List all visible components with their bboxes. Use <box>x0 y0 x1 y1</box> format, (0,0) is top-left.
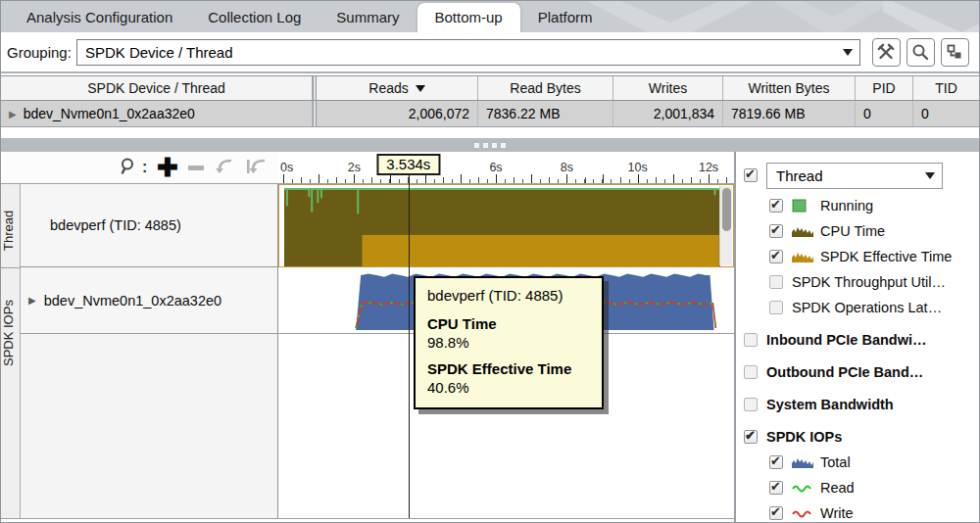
column-header-device-thread[interactable]: SPDK Device / Thread <box>1 76 313 100</box>
zoom-in-button[interactable]: ✚ <box>157 158 178 177</box>
read-checkbox[interactable] <box>769 481 783 495</box>
legend-item-label: SPDK Operations Lat… <box>792 300 942 315</box>
label-column-empty <box>21 334 277 518</box>
thread-selector-checkbox[interactable] <box>744 168 758 182</box>
legend-group-spdk-iops[interactable]: SPDK IOPs <box>744 424 979 450</box>
legend-group-system-bandwidth[interactable]: System Bandwidth <box>744 392 979 417</box>
tab-summary[interactable]: Summary <box>318 3 416 32</box>
zoom-colon: : <box>142 159 147 176</box>
thread-row-label[interactable]: bdevperf (TID: 4885) <box>21 184 277 267</box>
ruler-major-ticks <box>283 174 732 183</box>
tooltip-effective-time-label: SPDK Effective Time <box>427 360 590 377</box>
grouping-bar: Grouping: SPDK Device / Thread <box>1 32 979 71</box>
legend-item-cpu-time[interactable]: CPU Time <box>744 218 979 244</box>
column-header-writes[interactable]: Writes <box>613 76 723 100</box>
column-header-written-bytes[interactable]: Written Bytes <box>723 76 856 100</box>
system-bandwidth-checkbox[interactable] <box>744 398 758 411</box>
legend-item-spdk-operations[interactable]: SPDK Operations Lat… <box>744 295 979 320</box>
thread-activity-plot <box>279 185 733 266</box>
total-checkbox[interactable] <box>769 455 783 469</box>
expand-triangle-icon[interactable]: ▶ <box>9 109 17 119</box>
bottom-up-grid: SPDK Device / Thread Reads Read Bytes Wr… <box>1 71 979 138</box>
grouping-combobox[interactable]: SPDK Device / Thread <box>76 39 860 66</box>
outbound-pcie-checkbox[interactable] <box>744 365 758 379</box>
legend-group-inbound-pcie[interactable]: Inbound PCIe Bandwi… <box>744 327 979 353</box>
spdk-effective-time-checkbox[interactable] <box>769 250 783 263</box>
zoom-out-button[interactable] <box>188 166 204 170</box>
spdk-operations-checkbox[interactable] <box>769 301 783 314</box>
legend-item-write[interactable]: Write <box>744 500 979 523</box>
cpu-time-checkbox[interactable] <box>769 224 783 238</box>
thread-selector-row: Thread <box>744 160 979 191</box>
tools-icon <box>877 43 895 61</box>
expand-triangle-icon[interactable]: ▶ <box>28 295 36 306</box>
ruler-mid-ticks <box>283 177 732 183</box>
undo-zoom-icon[interactable] <box>214 157 235 178</box>
spdk-effective-time-swatch-icon <box>792 250 813 263</box>
ruler-tick-label: 0s <box>280 161 293 174</box>
pid-cell: 0 <box>856 101 913 126</box>
legend-item-read[interactable]: Read <box>744 475 979 500</box>
column-header-pid[interactable]: PID <box>856 76 913 100</box>
timeline-legend-panel: Thread Running CPU Time SPDK Effective T… <box>734 152 980 523</box>
pane-splitter[interactable] <box>1 138 979 152</box>
hierarchy-view-button[interactable] <box>941 38 969 67</box>
tooltip-cpu-time-label: CPU Time <box>427 315 590 332</box>
tab-platform[interactable]: Platform <box>520 3 611 32</box>
column-header-reads[interactable]: Reads <box>317 76 478 100</box>
spdk-throughput-checkbox[interactable] <box>769 275 783 289</box>
undo-all-zoom-icon[interactable] <box>245 157 269 178</box>
write-swatch-icon <box>792 506 813 520</box>
band-group-gutter: Thread SPDK IOPs <box>1 184 21 518</box>
tab-analysis-configuration[interactable]: Analysis Configuration <box>9 3 190 32</box>
customize-grouping-button[interactable] <box>872 38 901 67</box>
band-type-combobox[interactable]: Thread <box>766 163 943 189</box>
scrollbar-thumb[interactable] <box>722 188 731 231</box>
hierarchy-icon <box>946 43 963 61</box>
grouping-toolbar <box>872 38 969 67</box>
search-icon <box>911 43 929 61</box>
table-row[interactable]: ▶bdev_Nvme0n1_0x2aa32e0 2,006,072 7836.2… <box>1 101 979 127</box>
tooltip-cpu-time-value: 98.8% <box>427 334 590 351</box>
legend-group-label: Inbound PCIe Bandwi… <box>766 332 927 348</box>
search-button[interactable] <box>906 38 935 67</box>
ruler-tick-label: 12s <box>699 161 718 174</box>
legend-item-spdk-effective-time[interactable]: SPDK Effective Time <box>744 244 979 269</box>
legend-item-total[interactable]: Total <box>744 450 979 475</box>
column-header-read-bytes[interactable]: Read Bytes <box>478 76 613 100</box>
tab-collection-log[interactable]: Collection Log <box>190 3 318 32</box>
band-divider <box>1 267 21 268</box>
zoom-magnifier-icon <box>120 157 138 179</box>
column-header-tid[interactable]: TID <box>913 76 979 100</box>
running-checkbox[interactable] <box>769 199 783 213</box>
tooltip-title: bdevperf (TID: 4885) <box>427 287 590 304</box>
time-marker-label[interactable]: 3.534s <box>376 154 440 175</box>
iops-row-label[interactable]: ▶ bdev_Nvme0n1_0x2aa32e0 <box>21 267 277 334</box>
ruler-minor-ticks <box>283 179 732 183</box>
legend-group-outbound-pcie[interactable]: Outbound PCIe Band… <box>744 359 979 385</box>
tab-bottom-up[interactable]: Bottom-up <box>417 3 520 32</box>
chart-tooltip: bdevperf (TID: 4885) CPU Time 98.8% SPDK… <box>414 276 604 409</box>
grouping-value: SPDK Device / Thread <box>85 44 233 61</box>
time-ruler[interactable]: 0s2s6s8s10s12s 3.534s <box>278 152 734 184</box>
legend-item-label: SPDK Throughput Util… <box>792 274 946 290</box>
column-header-reads-label: Reads <box>368 80 408 96</box>
cpu-time-swatch-icon <box>792 224 813 238</box>
write-checkbox[interactable] <box>769 506 783 520</box>
spdk-iops-checkbox[interactable] <box>744 430 758 444</box>
grouping-label: Grouping: <box>7 44 72 61</box>
legend-group-label: System Bandwidth <box>766 397 894 412</box>
legend-item-running[interactable]: Running <box>744 193 979 218</box>
legend-item-spdk-throughput[interactable]: SPDK Throughput Util… <box>744 269 979 295</box>
timeline-bottom-border <box>1 518 734 519</box>
time-marker-line[interactable] <box>409 175 410 518</box>
ruler-tick-label: 2s <box>348 161 361 174</box>
thread-activity-chart[interactable] <box>278 184 734 267</box>
thread-row-label-text: bdevperf (TID: 4885) <box>50 217 181 233</box>
legend-group-label: Outbound PCIe Band… <box>766 364 923 380</box>
tab-list: Analysis Configuration Collection Log Su… <box>9 1 611 32</box>
tabbar-decoration <box>589 1 751 32</box>
running-swatch-icon <box>792 199 813 213</box>
ruler-tick-label: 8s <box>561 161 573 174</box>
inbound-pcie-checkbox[interactable] <box>744 333 758 347</box>
